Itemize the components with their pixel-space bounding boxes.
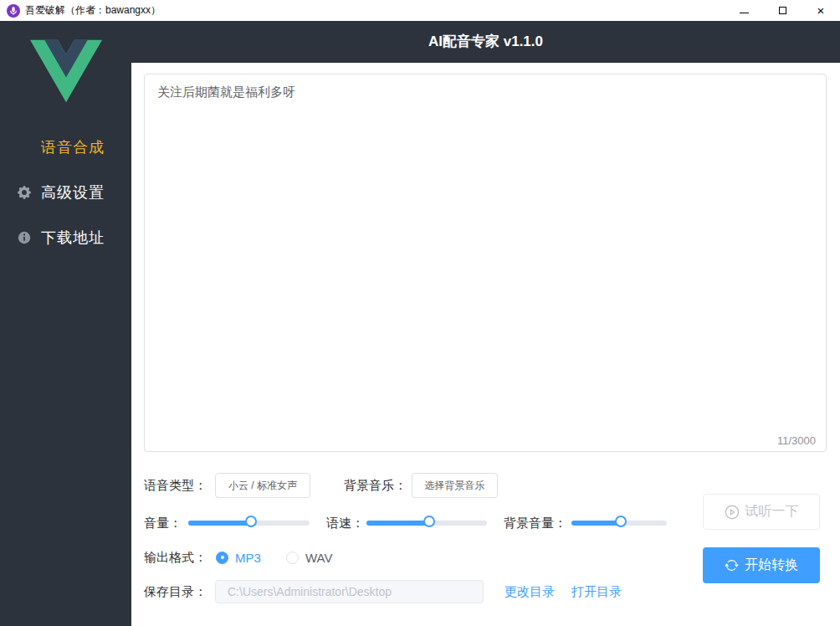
vue-logo	[30, 39, 102, 103]
voice-type-label: 语音类型：	[144, 473, 207, 498]
speech-text-input[interactable]: 关注后期菌就是福利多呀	[145, 74, 826, 451]
sidebar-item-voice-synthesis[interactable]: 语音合成	[0, 125, 131, 170]
preview-button-label: 试听一下	[745, 503, 799, 521]
app-title: AI配音专家 v1.1.0	[131, 21, 840, 63]
text-input-container: 关注后期菌就是福利多呀 11/3000	[144, 74, 827, 452]
sidebar-item-label: 语音合成	[41, 137, 105, 157]
window-title: 吾爱破解（作者：bawangxx）	[25, 3, 161, 18]
close-button[interactable]: ×	[802, 0, 840, 21]
minimize-button[interactable]	[725, 0, 763, 21]
radio-wav[interactable]: WAV	[286, 546, 333, 568]
radio-wav-label: WAV	[305, 551, 333, 565]
radio-mp3[interactable]: MP3	[216, 546, 261, 568]
convert-button[interactable]: 开始转换	[703, 547, 820, 583]
minimize-icon	[740, 13, 749, 13]
sidebar-item-download-address[interactable]: 下载地址	[0, 215, 131, 260]
close-icon: ×	[817, 4, 825, 17]
sidebar: 语音合成 高级设置 下载地址	[0, 21, 131, 626]
save-dir-label: 保存目录：	[144, 579, 207, 604]
maximize-button[interactable]	[763, 0, 802, 21]
change-dir-link[interactable]: 更改目录	[505, 579, 555, 604]
bg-music-button[interactable]: 选择背景音乐	[412, 473, 498, 498]
bg-music-label: 背景音乐：	[344, 473, 407, 498]
grid-icon	[18, 141, 31, 154]
sidebar-item-advanced-settings[interactable]: 高级设置	[0, 170, 131, 215]
sidebar-item-label: 高级设置	[41, 182, 105, 203]
voice-type-button[interactable]: 小云 / 标准女声	[215, 473, 310, 498]
titlebar: 吾爱破解（作者：bawangxx） ×	[0, 0, 840, 21]
save-dir-input	[215, 580, 484, 603]
volume-slider-thumb[interactable]	[245, 516, 257, 527]
maximize-icon	[779, 7, 786, 14]
window-controls: ×	[725, 0, 840, 21]
volume-slider[interactable]	[188, 513, 310, 533]
preview-button[interactable]: 试听一下	[703, 494, 820, 530]
char-counter: 11/3000	[776, 434, 817, 447]
sidebar-menu: 语音合成 高级设置 下载地址	[0, 125, 131, 260]
radio-mp3-dot	[216, 552, 228, 564]
radio-wav-dot	[286, 552, 299, 564]
info-icon	[18, 231, 31, 244]
bg-volume-slider[interactable]	[571, 513, 667, 533]
main-content: 关注后期菌就是福利多呀 11/3000 语音类型： 小云 / 标准女声 背景音乐…	[131, 63, 840, 626]
output-format-label: 输出格式：	[144, 546, 207, 568]
app-window: 吾爱破解（作者：bawangxx） × AI配音专家 v1.1.0 语音合成 高…	[0, 0, 840, 626]
convert-button-label: 开始转换	[745, 557, 798, 574]
sidebar-item-label: 下载地址	[41, 228, 105, 248]
radio-mp3-label: MP3	[235, 551, 261, 565]
bg-volume-label: 背景音量：	[504, 513, 566, 533]
play-circle-icon	[725, 505, 740, 520]
bg-volume-slider-thumb[interactable]	[615, 516, 627, 527]
speed-slider-thumb[interactable]	[423, 516, 435, 527]
refresh-icon	[725, 558, 739, 572]
volume-label: 音量：	[144, 513, 182, 533]
speed-label: 语速：	[326, 513, 364, 533]
gear-icon	[18, 186, 31, 199]
speed-slider[interactable]	[366, 513, 487, 533]
microphone-app-icon	[7, 4, 20, 18]
open-dir-link[interactable]: 打开目录	[571, 579, 622, 604]
